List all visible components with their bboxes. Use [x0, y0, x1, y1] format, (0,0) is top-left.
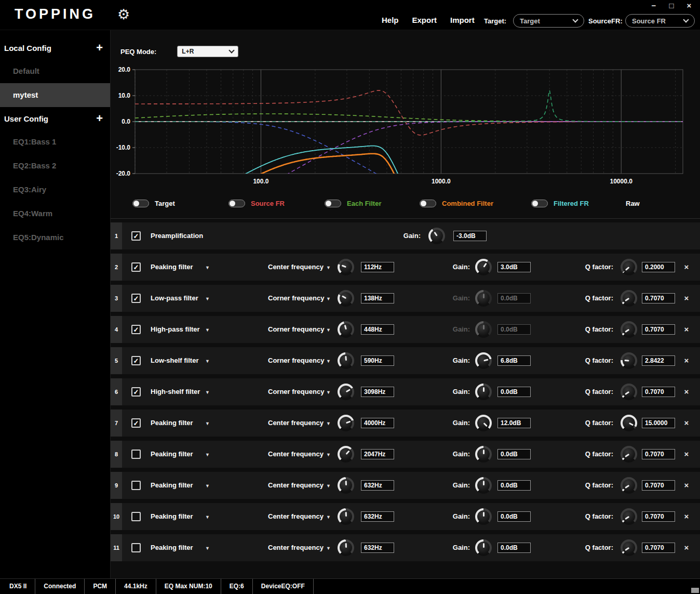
filter-enable-checkbox[interactable]	[131, 543, 141, 552]
filter-enable-checkbox[interactable]: ✓	[131, 294, 141, 303]
q-factor-knob[interactable]	[621, 477, 637, 494]
frequency-dropdown-icon[interactable]: ▼	[326, 483, 331, 489]
frequency-knob[interactable]	[338, 415, 354, 431]
q-factor-value[interactable]: 0.7070	[642, 449, 675, 459]
remove-filter-button[interactable]: ×	[681, 316, 692, 343]
gain-value[interactable]: 0.0dB	[497, 480, 531, 491]
sidebar-item-eq5-dynamic[interactable]: EQ5:Dynamic	[0, 226, 110, 249]
remove-filter-button[interactable]: ×	[681, 503, 692, 530]
filter-type-dropdown-icon[interactable]: ▼	[205, 483, 210, 489]
q-factor-value[interactable]: 0.7070	[642, 293, 675, 303]
q-factor-value[interactable]: 0.2000	[642, 262, 675, 272]
gain-knob[interactable]	[475, 446, 492, 463]
resize-grip[interactable]	[691, 588, 699, 593]
filter-type-dropdown-icon[interactable]: ▼	[205, 546, 210, 551]
remove-filter-button[interactable]: ×	[681, 441, 692, 468]
filter-enable-checkbox[interactable]: ✓	[131, 356, 141, 365]
frequency-dropdown-icon[interactable]: ▼	[326, 296, 331, 301]
frequency-value[interactable]: 4000Hz	[361, 418, 394, 428]
frequency-value[interactable]: 138Hz	[361, 293, 394, 303]
filter-type-dropdown-icon[interactable]: ▼	[205, 421, 210, 426]
q-factor-knob[interactable]	[621, 539, 637, 556]
gain-knob[interactable]	[475, 259, 492, 275]
remove-filter-button[interactable]: ×	[681, 254, 692, 281]
remove-filter-button[interactable]: ×	[681, 472, 692, 499]
gain-knob[interactable]	[475, 290, 492, 307]
gain-value[interactable]: 0.0dB	[497, 449, 531, 459]
q-factor-value[interactable]: 15.0000	[642, 418, 675, 428]
gain-value[interactable]: -3.0dB	[453, 231, 487, 241]
sidebar-item-eq2-bass-2[interactable]: EQ2:Bass 2	[0, 154, 110, 178]
frequency-value[interactable]: 448Hz	[361, 324, 394, 335]
gain-value[interactable]: 12.0dB	[497, 418, 531, 428]
frequency-knob[interactable]	[338, 384, 354, 400]
gain-value[interactable]: 0.0dB	[497, 387, 531, 397]
q-factor-knob[interactable]	[621, 508, 637, 525]
maximize-button[interactable]: □	[667, 1, 676, 10]
remove-filter-button[interactable]: ×	[681, 347, 692, 374]
gain-knob[interactable]	[475, 384, 492, 400]
frequency-dropdown-icon[interactable]: ▼	[326, 421, 331, 426]
remove-filter-button[interactable]: ×	[681, 534, 692, 561]
q-factor-value[interactable]: 0.7070	[642, 480, 675, 491]
gain-value[interactable]: 0.0dB	[497, 511, 531, 522]
filter-type-dropdown-icon[interactable]: ▼	[205, 452, 210, 457]
frequency-knob[interactable]	[338, 352, 354, 369]
gain-value[interactable]: 3.0dB	[497, 262, 531, 272]
q-factor-knob[interactable]	[621, 415, 637, 431]
q-factor-knob[interactable]	[621, 446, 637, 463]
frequency-value[interactable]: 2047Hz	[361, 449, 394, 459]
q-factor-knob[interactable]	[621, 384, 637, 400]
filter-type-dropdown-icon[interactable]: ▼	[205, 327, 210, 333]
frequency-value[interactable]: 632Hz	[361, 543, 394, 553]
q-factor-value[interactable]: 0.7070	[642, 387, 675, 397]
filter-enable-checkbox[interactable]	[131, 450, 141, 459]
frequency-value[interactable]: 632Hz	[361, 480, 394, 491]
filter-type-dropdown-icon[interactable]: ▼	[205, 296, 210, 301]
frequency-knob[interactable]	[338, 259, 354, 275]
frequency-dropdown-icon[interactable]: ▼	[326, 546, 331, 551]
frequency-knob[interactable]	[338, 508, 354, 525]
frequency-knob[interactable]	[338, 477, 354, 494]
sidebar-item-eq4-warm[interactable]: EQ4:Warm	[0, 202, 110, 226]
sidebar-item-default[interactable]: Default	[0, 59, 110, 83]
filter-type-dropdown-icon[interactable]: ▼	[205, 390, 210, 395]
gain-knob[interactable]	[475, 352, 492, 369]
menu-import[interactable]: Import	[450, 16, 475, 24]
menu-export[interactable]: Export	[412, 16, 437, 24]
q-factor-knob[interactable]	[621, 259, 637, 275]
q-factor-value[interactable]: 0.7070	[642, 324, 675, 335]
frequency-value[interactable]: 590Hz	[361, 355, 394, 366]
filter-enable-checkbox[interactable]: ✓	[131, 418, 141, 428]
q-factor-knob[interactable]	[621, 290, 637, 307]
gain-value[interactable]: 0.0dB	[497, 543, 531, 553]
frequency-dropdown-icon[interactable]: ▼	[326, 452, 331, 457]
gain-knob[interactable]	[475, 539, 492, 556]
filtered-fr-toggle[interactable]	[531, 200, 548, 207]
frequency-value[interactable]: 112Hz	[361, 262, 394, 272]
frequency-dropdown-icon[interactable]: ▼	[326, 359, 331, 364]
filter-type-dropdown-icon[interactable]: ▼	[205, 265, 210, 270]
target-toggle[interactable]	[132, 200, 149, 207]
frequency-dropdown-icon[interactable]: ▼	[326, 265, 331, 270]
close-button[interactable]: ×	[684, 1, 694, 10]
frequency-dropdown-icon[interactable]: ▼	[326, 327, 331, 333]
remove-filter-button[interactable]: ×	[681, 410, 692, 437]
sourcefr-dropdown[interactable]: Source FR	[625, 14, 695, 28]
filter-enable-checkbox[interactable]	[131, 481, 141, 490]
frequency-dropdown-icon[interactable]: ▼	[326, 514, 331, 520]
remove-filter-button[interactable]: ×	[681, 285, 692, 312]
gain-knob[interactable]	[475, 477, 492, 494]
frequency-value[interactable]: 3098Hz	[361, 387, 394, 397]
gain-knob[interactable]	[475, 415, 492, 431]
gain-value[interactable]: 0.0dB	[497, 324, 531, 335]
sidebar-item-mytest[interactable]: mytest	[0, 83, 110, 107]
each-filter-toggle[interactable]	[325, 200, 341, 207]
combined-filter-toggle[interactable]	[420, 200, 436, 207]
gain-value[interactable]: 0.0dB	[497, 293, 531, 303]
sidebar-item-eq3-airy[interactable]: EQ3:Airy	[0, 178, 110, 202]
gain-knob[interactable]	[428, 228, 445, 244]
q-factor-value[interactable]: 0.7070	[642, 511, 675, 522]
target-dropdown[interactable]: Target	[513, 14, 584, 28]
filter-enable-checkbox[interactable]: ✓	[131, 231, 141, 241]
